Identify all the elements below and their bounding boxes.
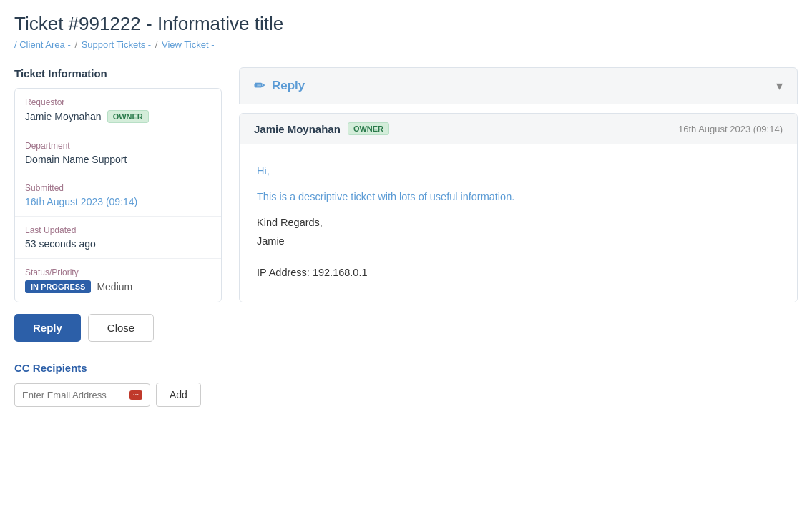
page-title: Ticket #991222 - Informative title — [14, 13, 798, 35]
message-regards: Kind Regards,Jamie — [257, 213, 780, 250]
main-layout: Ticket Information Requestor Jamie Moyna… — [14, 67, 798, 407]
email-input-wrapper[interactable]: ··· — [14, 383, 150, 407]
breadcrumb: / Client Area - / Support Tickets - / Vi… — [14, 39, 798, 50]
requestor-value: Jamie Moynahan OWNER — [25, 110, 211, 123]
right-panel: ✏ Reply ▾ Jamie Moynahan OWNER 16th Augu… — [239, 67, 798, 302]
submitted-value: 16th August 2023 (09:14) — [25, 196, 211, 207]
department-value: Domain Name Support — [25, 154, 211, 165]
info-card: Requestor Jamie Moynahan OWNER Departmen… — [14, 88, 222, 302]
breadcrumb-view-ticket[interactable]: View Ticket - — [162, 39, 214, 50]
message-owner-badge: OWNER — [348, 122, 389, 135]
status-priority-label: Status/Priority — [25, 267, 211, 277]
status-badge: IN PROGRESS — [25, 280, 91, 293]
spacer — [239, 104, 798, 113]
reply-header-left: ✏ Reply — [254, 78, 305, 94]
email-input[interactable] — [22, 390, 125, 400]
message-date: 16th August 2023 (09:14) — [678, 124, 783, 134]
submitted-row: Submitted 16th August 2023 (09:14) — [15, 174, 221, 217]
pencil-icon: ✏ — [254, 78, 265, 94]
cc-heading: CC Recipients — [14, 362, 222, 374]
reply-button[interactable]: Reply — [14, 314, 81, 342]
message-body-text: This is a descriptive ticket with lots o… — [257, 187, 780, 206]
status-priority-value: IN PROGRESS Medium — [25, 280, 211, 293]
requestor-name: Jamie Moynahan — [25, 111, 102, 122]
priority-value: Medium — [97, 281, 132, 292]
department-row: Department Domain Name Support — [15, 132, 221, 174]
last-updated-value: 53 seconds ago — [25, 238, 211, 250]
ticket-info-heading: Ticket Information — [14, 67, 222, 79]
requestor-label: Requestor — [25, 97, 211, 107]
submitted-label: Submitted — [25, 183, 211, 193]
reply-chevron[interactable]: ▾ — [776, 78, 783, 94]
last-updated-label: Last Updated — [25, 225, 211, 235]
message-card: Jamie Moynahan OWNER 16th August 2023 (0… — [239, 113, 798, 302]
requestor-row: Requestor Jamie Moynahan OWNER — [15, 89, 221, 132]
message-body: Hi, This is a descriptive ticket with lo… — [240, 144, 797, 302]
last-updated-row: Last Updated 53 seconds ago — [15, 217, 221, 259]
reply-header: ✏ Reply ▾ — [239, 67, 798, 104]
close-button[interactable]: Close — [88, 314, 154, 342]
cc-dots-icon: ··· — [129, 390, 142, 400]
left-panel: Ticket Information Requestor Jamie Moyna… — [14, 67, 222, 407]
page-wrapper: Ticket #991222 - Informative title / Cli… — [0, 0, 812, 420]
message-ip: IP Address: 192.168.0.1 — [257, 263, 780, 282]
add-button[interactable]: Add — [156, 383, 201, 407]
message-author: Jamie Moynahan — [254, 123, 341, 135]
cc-row: ··· Add — [14, 383, 222, 407]
status-priority-row: Status/Priority IN PROGRESS Medium — [15, 259, 221, 302]
breadcrumb-support-tickets[interactable]: Support Tickets - — [82, 39, 152, 50]
message-greeting: Hi, — [257, 162, 780, 180]
message-header-left: Jamie Moynahan OWNER — [254, 122, 389, 135]
reply-header-label: Reply — [272, 79, 305, 93]
breadcrumb-client-area[interactable]: Client Area - — [19, 39, 71, 50]
department-label: Department — [25, 141, 211, 151]
action-buttons: Reply Close — [14, 314, 222, 342]
owner-badge: OWNER — [107, 110, 149, 123]
message-header: Jamie Moynahan OWNER 16th August 2023 (0… — [240, 114, 797, 144]
